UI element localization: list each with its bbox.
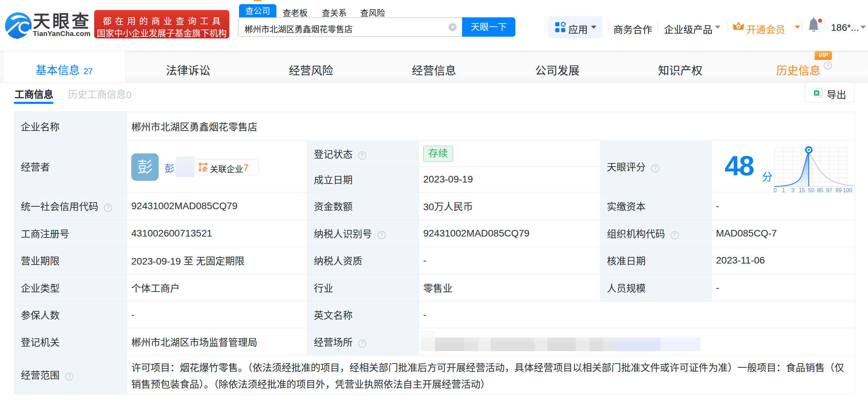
svg-text:15: 15 (799, 187, 805, 193)
svg-text:1: 1 (782, 187, 785, 193)
svg-text:3: 3 (791, 187, 795, 193)
svg-text:99: 99 (835, 187, 842, 193)
svg-text:50: 50 (808, 187, 814, 193)
svg-text:0: 0 (774, 187, 777, 193)
svg-text:100: 100 (843, 187, 852, 193)
svg-text:97: 97 (826, 187, 832, 193)
svg-text:企: 企 (202, 166, 207, 171)
svg-text:85: 85 (817, 187, 823, 193)
